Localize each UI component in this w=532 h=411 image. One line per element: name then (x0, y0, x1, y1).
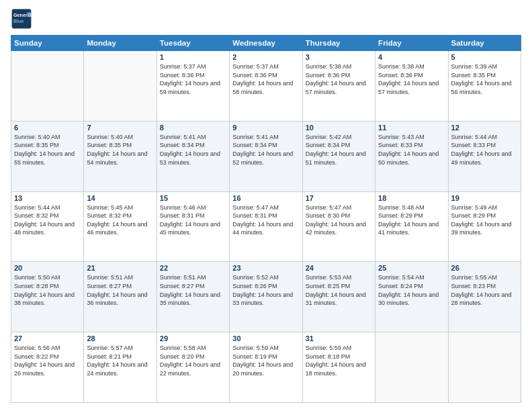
day-number: 23 (232, 264, 299, 272)
calendar-cell: 21Sunrise: 5:51 AM Sunset: 8:27 PM Dayli… (84, 262, 157, 332)
day-number: 25 (378, 264, 445, 272)
calendar-cell: 25Sunrise: 5:54 AM Sunset: 8:24 PM Dayli… (375, 262, 448, 332)
calendar-table: SundayMondayTuesdayWednesdayThursdayFrid… (11, 35, 521, 403)
day-number: 1 (160, 53, 226, 61)
day-info: Sunrise: 5:42 AM Sunset: 8:34 PM Dayligh… (306, 133, 372, 167)
day-info: Sunrise: 5:40 AM Sunset: 8:35 PM Dayligh… (87, 133, 153, 167)
day-number: 29 (160, 334, 226, 342)
logo: General Blue (11, 8, 32, 30)
calendar-cell: 15Sunrise: 5:46 AM Sunset: 8:31 PM Dayli… (157, 191, 229, 262)
day-info: Sunrise: 5:37 AM Sunset: 8:36 PM Dayligh… (232, 62, 299, 96)
day-info: Sunrise: 5:47 AM Sunset: 8:30 PM Dayligh… (306, 203, 372, 237)
calendar-cell: 18Sunrise: 5:48 AM Sunset: 8:29 PM Dayli… (375, 191, 448, 262)
day-number: 20 (14, 264, 81, 272)
calendar-cell: 11Sunrise: 5:43 AM Sunset: 8:33 PM Dayli… (375, 121, 448, 191)
calendar-cell: 16Sunrise: 5:47 AM Sunset: 8:31 PM Dayli… (230, 191, 302, 262)
day-number: 30 (232, 334, 299, 342)
day-info: Sunrise: 5:40 AM Sunset: 8:35 PM Dayligh… (14, 133, 81, 167)
day-info: Sunrise: 5:55 AM Sunset: 8:23 PM Dayligh… (451, 273, 518, 307)
calendar-cell: 28Sunrise: 5:57 AM Sunset: 8:21 PM Dayli… (84, 332, 157, 403)
day-info: Sunrise: 5:41 AM Sunset: 8:34 PM Dayligh… (232, 133, 299, 167)
calendar-cell (448, 332, 521, 403)
calendar-header-monday: Monday (84, 36, 157, 51)
calendar-header-row: SundayMondayTuesdayWednesdayThursdayFrid… (11, 36, 521, 51)
calendar-cell: 30Sunrise: 5:59 AM Sunset: 8:19 PM Dayli… (230, 332, 302, 403)
day-number: 5 (451, 53, 518, 61)
day-info: Sunrise: 5:48 AM Sunset: 8:29 PM Dayligh… (378, 203, 445, 237)
calendar-cell: 22Sunrise: 5:51 AM Sunset: 8:27 PM Dayli… (157, 262, 229, 332)
day-info: Sunrise: 5:47 AM Sunset: 8:31 PM Dayligh… (232, 203, 299, 237)
calendar-cell: 7Sunrise: 5:40 AM Sunset: 8:35 PM Daylig… (84, 121, 157, 191)
day-number: 4 (378, 53, 445, 61)
day-info: Sunrise: 5:51 AM Sunset: 8:27 PM Dayligh… (87, 273, 153, 307)
day-info: Sunrise: 5:39 AM Sunset: 8:35 PM Dayligh… (451, 62, 518, 96)
day-info: Sunrise: 5:51 AM Sunset: 8:27 PM Dayligh… (160, 273, 226, 307)
calendar-cell: 10Sunrise: 5:42 AM Sunset: 8:34 PM Dayli… (302, 121, 375, 191)
calendar-header-sunday: Sunday (11, 36, 84, 51)
day-info: Sunrise: 5:59 AM Sunset: 8:18 PM Dayligh… (306, 344, 372, 377)
calendar-cell: 2Sunrise: 5:37 AM Sunset: 8:36 PM Daylig… (230, 51, 302, 122)
day-number: 11 (378, 124, 445, 132)
day-number: 6 (14, 124, 81, 132)
day-info: Sunrise: 5:41 AM Sunset: 8:34 PM Dayligh… (160, 133, 226, 167)
day-info: Sunrise: 5:53 AM Sunset: 8:25 PM Dayligh… (306, 273, 372, 307)
day-number: 12 (451, 124, 518, 132)
header: General Blue (11, 8, 521, 30)
day-info: Sunrise: 5:38 AM Sunset: 8:36 PM Dayligh… (306, 62, 372, 96)
day-number: 19 (451, 194, 518, 202)
day-info: Sunrise: 5:52 AM Sunset: 8:26 PM Dayligh… (232, 273, 299, 307)
day-number: 10 (306, 124, 372, 132)
day-number: 7 (87, 124, 153, 132)
calendar-cell: 13Sunrise: 5:44 AM Sunset: 8:32 PM Dayli… (11, 191, 84, 262)
day-info: Sunrise: 5:58 AM Sunset: 8:20 PM Dayligh… (160, 344, 226, 377)
calendar-week-4: 27Sunrise: 5:56 AM Sunset: 8:22 PM Dayli… (11, 332, 521, 403)
day-info: Sunrise: 5:37 AM Sunset: 8:36 PM Dayligh… (160, 62, 226, 96)
calendar-cell: 23Sunrise: 5:52 AM Sunset: 8:26 PM Dayli… (230, 262, 302, 332)
calendar-cell (375, 332, 448, 403)
calendar-cell: 14Sunrise: 5:45 AM Sunset: 8:32 PM Dayli… (84, 191, 157, 262)
day-info: Sunrise: 5:44 AM Sunset: 8:33 PM Dayligh… (451, 133, 518, 167)
day-number: 8 (160, 124, 226, 132)
svg-text:Blue: Blue (13, 18, 24, 24)
calendar-week-3: 20Sunrise: 5:50 AM Sunset: 8:28 PM Dayli… (11, 262, 521, 332)
day-info: Sunrise: 5:57 AM Sunset: 8:21 PM Dayligh… (87, 344, 153, 377)
day-info: Sunrise: 5:59 AM Sunset: 8:19 PM Dayligh… (232, 344, 299, 377)
day-info: Sunrise: 5:50 AM Sunset: 8:28 PM Dayligh… (14, 273, 81, 307)
day-info: Sunrise: 5:43 AM Sunset: 8:33 PM Dayligh… (378, 133, 445, 167)
day-number: 27 (14, 334, 81, 342)
calendar-header-friday: Friday (375, 36, 448, 51)
day-info: Sunrise: 5:44 AM Sunset: 8:32 PM Dayligh… (14, 203, 81, 237)
calendar-cell: 31Sunrise: 5:59 AM Sunset: 8:18 PM Dayli… (302, 332, 375, 403)
day-number: 3 (306, 53, 372, 61)
page: General Blue SundayMondayTuesdayWednesda… (0, 0, 532, 411)
day-number: 24 (306, 264, 372, 272)
calendar-cell: 29Sunrise: 5:58 AM Sunset: 8:20 PM Dayli… (157, 332, 229, 403)
day-number: 26 (451, 264, 518, 272)
calendar-header-wednesday: Wednesday (230, 36, 302, 51)
calendar-cell: 3Sunrise: 5:38 AM Sunset: 8:36 PM Daylig… (302, 51, 375, 122)
day-info: Sunrise: 5:49 AM Sunset: 8:29 PM Dayligh… (451, 203, 518, 237)
calendar-week-2: 13Sunrise: 5:44 AM Sunset: 8:32 PM Dayli… (11, 191, 521, 262)
day-number: 15 (160, 194, 226, 202)
calendar-cell: 1Sunrise: 5:37 AM Sunset: 8:36 PM Daylig… (157, 51, 229, 122)
calendar-week-0: 1Sunrise: 5:37 AM Sunset: 8:36 PM Daylig… (11, 51, 521, 122)
day-info: Sunrise: 5:46 AM Sunset: 8:31 PM Dayligh… (160, 203, 226, 237)
calendar-cell: 4Sunrise: 5:38 AM Sunset: 8:36 PM Daylig… (375, 51, 448, 122)
calendar-cell: 5Sunrise: 5:39 AM Sunset: 8:35 PM Daylig… (448, 51, 521, 122)
calendar-cell (11, 51, 84, 122)
calendar-cell: 27Sunrise: 5:56 AM Sunset: 8:22 PM Dayli… (11, 332, 84, 403)
day-number: 21 (87, 264, 153, 272)
calendar-cell: 17Sunrise: 5:47 AM Sunset: 8:30 PM Dayli… (302, 191, 375, 262)
calendar-cell: 20Sunrise: 5:50 AM Sunset: 8:28 PM Dayli… (11, 262, 84, 332)
day-number: 14 (87, 194, 153, 202)
day-number: 9 (232, 124, 299, 132)
day-info: Sunrise: 5:56 AM Sunset: 8:22 PM Dayligh… (14, 344, 81, 377)
calendar-cell: 6Sunrise: 5:40 AM Sunset: 8:35 PM Daylig… (11, 121, 84, 191)
day-info: Sunrise: 5:45 AM Sunset: 8:32 PM Dayligh… (87, 203, 153, 237)
calendar-cell (84, 51, 157, 122)
day-number: 18 (378, 194, 445, 202)
calendar-week-1: 6Sunrise: 5:40 AM Sunset: 8:35 PM Daylig… (11, 121, 521, 191)
calendar-header-thursday: Thursday (302, 36, 375, 51)
day-number: 22 (160, 264, 226, 272)
day-number: 28 (87, 334, 153, 342)
